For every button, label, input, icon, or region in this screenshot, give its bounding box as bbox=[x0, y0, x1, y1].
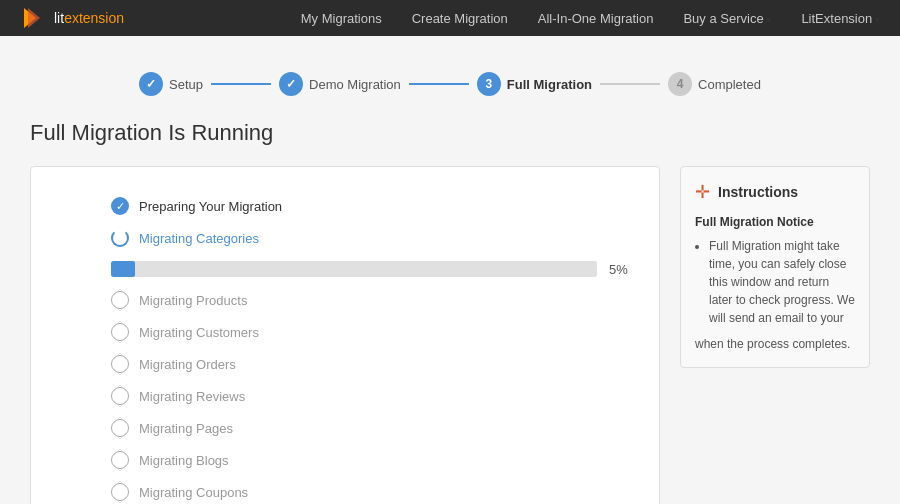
instructions-subtitle: Full Migration Notice bbox=[695, 215, 855, 229]
navbar: litextension My Migrations Create Migrat… bbox=[0, 0, 900, 36]
migration-item-blogs: Migrating Blogs bbox=[111, 451, 639, 469]
circle-icon-products bbox=[111, 291, 129, 309]
nav-create-migration[interactable]: Create Migration bbox=[412, 10, 508, 26]
label-preparing: Preparing Your Migration bbox=[139, 199, 282, 214]
page-title: Full Migration Is Running bbox=[30, 120, 870, 146]
brand-text: litextension bbox=[54, 10, 124, 26]
step-completed: 4 Completed bbox=[668, 72, 761, 96]
migration-card: ✓ Preparing Your Migration Migrating Cat… bbox=[30, 166, 660, 504]
migration-item-orders: Migrating Orders bbox=[111, 355, 639, 373]
label-pages: Migrating Pages bbox=[139, 421, 233, 436]
progress-track bbox=[111, 261, 597, 277]
circle-icon-customers bbox=[111, 323, 129, 341]
step-line-1 bbox=[211, 83, 271, 85]
nav-litextension[interactable]: LitExtension bbox=[801, 10, 880, 26]
migration-item-products: Migrating Products bbox=[111, 291, 639, 309]
nav-links: My Migrations Create Migration All-In-On… bbox=[301, 10, 880, 26]
step-demo: ✓ Demo Migration bbox=[279, 72, 401, 96]
migration-item-customers: Migrating Customers bbox=[111, 323, 639, 341]
label-products: Migrating Products bbox=[139, 293, 247, 308]
step-full-label: Full Migration bbox=[507, 77, 592, 92]
progress-fill bbox=[111, 261, 135, 277]
step-setup-circle: ✓ bbox=[139, 72, 163, 96]
circle-icon-reviews bbox=[111, 387, 129, 405]
migration-item-pages: Migrating Pages bbox=[111, 419, 639, 437]
nav-my-migrations[interactable]: My Migrations bbox=[301, 10, 382, 26]
step-demo-circle: ✓ bbox=[279, 72, 303, 96]
content-row: ✓ Preparing Your Migration Migrating Cat… bbox=[30, 166, 870, 504]
svg-marker-1 bbox=[28, 8, 40, 28]
circle-icon-orders bbox=[111, 355, 129, 373]
label-categories: Migrating Categories bbox=[139, 231, 259, 246]
step-completed-circle: 4 bbox=[668, 72, 692, 96]
brand: litextension bbox=[20, 4, 124, 32]
nav-all-in-one[interactable]: All-In-One Migration bbox=[538, 10, 654, 26]
circle-icon-pages bbox=[111, 419, 129, 437]
label-blogs: Migrating Blogs bbox=[139, 453, 229, 468]
instructions-body-text2: when the process completes. bbox=[695, 335, 855, 353]
check-icon-preparing: ✓ bbox=[111, 197, 129, 215]
label-reviews: Migrating Reviews bbox=[139, 389, 245, 404]
instructions-title: Instructions bbox=[718, 184, 798, 200]
progress-row: 5% bbox=[111, 261, 639, 277]
circle-icon-blogs bbox=[111, 451, 129, 469]
main-content: ✓ Setup ✓ Demo Migration 3 Full Migratio… bbox=[0, 36, 900, 504]
step-full: 3 Full Migration bbox=[477, 72, 592, 96]
instructions-body-text: Full Migration might take time, you can … bbox=[709, 237, 855, 327]
instructions-body: Full Migration might take time, you can … bbox=[695, 237, 855, 353]
instructions-panel: ✛ Instructions Full Migration Notice Ful… bbox=[680, 166, 870, 368]
step-full-circle: 3 bbox=[477, 72, 501, 96]
label-customers: Migrating Customers bbox=[139, 325, 259, 340]
circle-icon-coupons bbox=[111, 483, 129, 501]
step-demo-label: Demo Migration bbox=[309, 77, 401, 92]
migration-item-categories: Migrating Categories bbox=[111, 229, 639, 247]
step-setup-label: Setup bbox=[169, 77, 203, 92]
migration-item-coupons: Migrating Coupons bbox=[111, 483, 639, 501]
spinner-icon-categories bbox=[111, 229, 129, 247]
brand-logo-icon bbox=[20, 4, 48, 32]
step-setup: ✓ Setup bbox=[139, 72, 203, 96]
migration-item-preparing: ✓ Preparing Your Migration bbox=[111, 197, 639, 215]
label-coupons: Migrating Coupons bbox=[139, 485, 248, 500]
step-completed-label: Completed bbox=[698, 77, 761, 92]
instructions-icon: ✛ bbox=[695, 181, 710, 203]
steps-bar: ✓ Setup ✓ Demo Migration 3 Full Migratio… bbox=[30, 72, 870, 96]
step-line-3 bbox=[600, 83, 660, 85]
instructions-header: ✛ Instructions bbox=[695, 181, 855, 203]
progress-percent: 5% bbox=[609, 262, 639, 277]
step-line-2 bbox=[409, 83, 469, 85]
nav-buy-service[interactable]: Buy a Service bbox=[683, 10, 771, 26]
label-orders: Migrating Orders bbox=[139, 357, 236, 372]
migration-item-reviews: Migrating Reviews bbox=[111, 387, 639, 405]
